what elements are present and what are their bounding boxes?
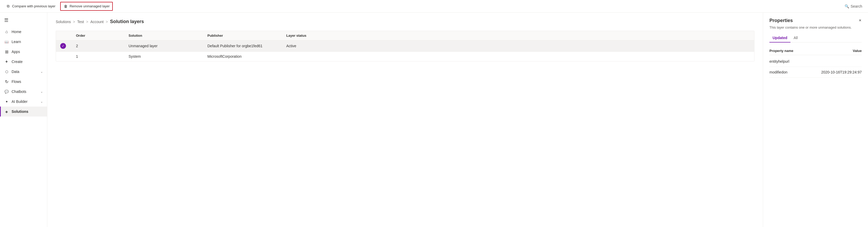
- table-row[interactable]: 1 System MicrosoftCorporation: [56, 52, 754, 61]
- aibuilder-icon: [4, 99, 9, 104]
- col-header-check: [60, 34, 76, 38]
- col-header-solution: Solution: [128, 34, 208, 38]
- solution-layers-table: Order Solution Publisher Layer status 2 …: [56, 31, 754, 62]
- sidebar-item-data[interactable]: Data ⌄: [0, 67, 47, 77]
- sidebar-label-chatbots: Chatbots: [11, 89, 26, 94]
- create-icon: [4, 59, 9, 64]
- chevron-down-icon-chatbots: ⌄: [40, 90, 43, 93]
- content-area: Solutions > Test > Account > Solution la…: [47, 12, 763, 227]
- prop-name-2: modifiedon: [769, 70, 816, 74]
- breadcrumb-account[interactable]: Account: [90, 20, 104, 24]
- row-solution-2: System: [128, 54, 208, 59]
- panel-subtitle: This layer contains one or more unmanage…: [769, 26, 862, 29]
- row-order-2: 1: [76, 54, 128, 59]
- sidebar-label-solutions: Solutions: [11, 109, 28, 114]
- main-container: Home Learn Apps Create Data ⌄ Flows Chat…: [0, 12, 868, 227]
- sidebar-item-solutions[interactable]: Solutions: [0, 107, 47, 116]
- breadcrumb: Solutions > Test > Account > Solution la…: [56, 19, 754, 25]
- search-area[interactable]: Search: [842, 3, 865, 10]
- sidebar-label-learn: Learn: [11, 40, 21, 44]
- col-header-publisher: Publisher: [208, 34, 286, 38]
- prop-header-name: Property name: [769, 49, 816, 53]
- breadcrumb-test[interactable]: Test: [77, 20, 84, 24]
- row-publisher-2: MicrosoftCorporation: [208, 54, 286, 59]
- tab-all[interactable]: All: [790, 34, 801, 42]
- solutions-icon: [4, 109, 9, 114]
- trash-icon: [63, 4, 68, 9]
- chatbots-icon: [4, 89, 9, 94]
- sidebar-item-apps[interactable]: Apps: [0, 47, 47, 57]
- flows-icon: [4, 79, 9, 84]
- search-icon: [845, 4, 849, 8]
- prop-value-2: 2020-10-16T19:29:24:97: [816, 70, 862, 74]
- sidebar-item-chatbots[interactable]: Chatbots ⌄: [0, 87, 47, 97]
- sidebar-label-data: Data: [11, 70, 20, 74]
- prop-name-1: entityhelpurl: [769, 59, 816, 64]
- col-header-layer-status: Layer status: [286, 34, 750, 38]
- learn-icon: [4, 39, 9, 44]
- sidebar-item-create[interactable]: Create: [0, 57, 47, 67]
- row-order-1: 2: [76, 44, 128, 48]
- tab-updated[interactable]: Updated: [769, 34, 790, 42]
- breadcrumb-sep-2: >: [86, 20, 88, 24]
- prop-header-value: Value: [816, 49, 862, 53]
- checkmark-icon: [62, 44, 64, 48]
- menu-icon: [4, 17, 8, 23]
- hamburger-menu[interactable]: [0, 15, 47, 26]
- chevron-down-icon-aibuilder: ⌄: [40, 100, 43, 103]
- sidebar-item-learn[interactable]: Learn: [0, 37, 47, 47]
- row-layer-status-1: Active: [286, 44, 750, 48]
- search-label: Search: [851, 4, 862, 8]
- sidebar-item-flows[interactable]: Flows: [0, 77, 47, 87]
- prop-table-header: Property name Value: [769, 47, 862, 55]
- sidebar-label-aibuilder: AI Builder: [11, 100, 28, 104]
- close-icon: ×: [859, 18, 861, 23]
- chevron-down-icon: ⌄: [40, 70, 43, 73]
- breadcrumb-solutions[interactable]: Solutions: [56, 20, 71, 24]
- sidebar-label-apps: Apps: [11, 49, 20, 54]
- top-bar: Compare with previous layer Remove unman…: [0, 0, 868, 12]
- breadcrumb-sep-3: >: [106, 20, 108, 24]
- prop-row: entityhelpurl: [769, 56, 862, 67]
- compare-button[interactable]: Compare with previous layer: [3, 2, 58, 10]
- selected-check-icon: [60, 43, 66, 49]
- table-header: Order Solution Publisher Layer status: [56, 31, 754, 40]
- sidebar-item-aibuilder[interactable]: AI Builder ⌄: [0, 97, 47, 107]
- breadcrumb-sep-1: >: [73, 20, 75, 24]
- apps-icon: [4, 49, 9, 54]
- remove-unmanaged-button[interactable]: Remove unmanaged layer: [60, 2, 113, 11]
- row-solution-1: Unmanaged layer: [128, 44, 208, 48]
- table-row[interactable]: 2 Unmanaged layer Default Publisher for …: [56, 40, 754, 52]
- compare-label: Compare with previous layer: [12, 4, 56, 8]
- data-icon: [4, 69, 9, 74]
- sidebar-item-home[interactable]: Home: [0, 27, 47, 37]
- home-icon: [4, 29, 9, 34]
- sidebar: Home Learn Apps Create Data ⌄ Flows Chat…: [0, 12, 47, 227]
- compare-icon: [6, 4, 10, 9]
- prop-row: modifiedon 2020-10-16T19:29:24:97: [769, 67, 862, 78]
- properties-panel: Properties This layer contains one or mo…: [763, 12, 868, 227]
- sidebar-label-flows: Flows: [11, 79, 21, 84]
- sidebar-label-home: Home: [11, 30, 21, 34]
- sidebar-label-create: Create: [11, 60, 23, 64]
- col-header-order: Order: [76, 34, 128, 38]
- properties-tabs: Updated All: [769, 34, 862, 42]
- row-check-1: [60, 43, 76, 49]
- toolbar-left: Compare with previous layer Remove unman…: [3, 2, 840, 11]
- remove-label: Remove unmanaged layer: [70, 4, 110, 8]
- close-button[interactable]: ×: [857, 17, 864, 24]
- panel-title: Properties: [769, 18, 862, 23]
- row-publisher-1: Default Publisher for orgbe1fed61: [208, 44, 286, 48]
- breadcrumb-current: Solution layers: [110, 19, 144, 25]
